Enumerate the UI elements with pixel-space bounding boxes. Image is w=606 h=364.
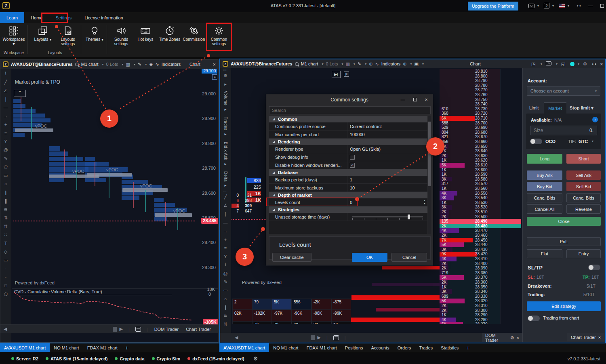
- ladder-volume-cell[interactable]: [440, 102, 475, 107]
- collapse-caret[interactable]: ▾: [541, 62, 542, 66]
- ladder-price-cell[interactable]: 28.590: [475, 172, 500, 177]
- ladder-orders-cell[interactable]: [500, 299, 521, 303]
- gear-icon[interactable]: ⚙: [221, 72, 230, 80]
- crosshair-icon[interactable]: ⊕: [403, 61, 406, 67]
- ladder-row[interactable]: 1K28.620: [440, 158, 521, 163]
- ladder-orders-cell[interactable]: [500, 116, 521, 121]
- short-button[interactable]: Short: [566, 154, 601, 164]
- ladder-row[interactable]: 2K28.480: [440, 224, 521, 229]
- ladder-price-cell[interactable]: 28.290: [475, 313, 500, 318]
- settings-row-show-debug-info[interactable]: Show debug info: [269, 153, 427, 161]
- hot-keys-button[interactable]: Hot keys: [133, 24, 158, 49]
- drawing-tool-icon[interactable]: ⬠: [1, 163, 10, 171]
- ladder-volume-cell[interactable]: [440, 78, 475, 83]
- ladder-orders-cell[interactable]: [500, 285, 521, 290]
- drawing-tool-icon[interactable]: ◦: [1, 273, 10, 281]
- pencil-caret[interactable]: ▾: [145, 63, 147, 66]
- pencil-icon[interactable]: ✎: [358, 61, 361, 67]
- ladder-price-cell[interactable]: 28.790: [475, 78, 500, 83]
- layouts-settings-button[interactable]: Layouts settings: [56, 24, 80, 49]
- commission-button[interactable]: Commission: [182, 24, 206, 49]
- drawing-tool-icon[interactable]: →: [221, 227, 230, 235]
- connection-status-dot[interactable]: [570, 62, 574, 66]
- drawing-tool-icon[interactable]: ✎: [1, 154, 10, 162]
- ladder-price-cell[interactable]: 28.270: [475, 322, 500, 324]
- settings-section-database[interactable]: ◢Database: [269, 169, 427, 176]
- workspace-tab-3[interactable]: FDAX M1 chart: [303, 343, 341, 352]
- ladder-price-cell[interactable]: 28.680: [475, 130, 500, 135]
- ladder-price-cell[interactable]: 28.560: [475, 186, 500, 191]
- ladder-orders-cell[interactable]: [500, 238, 521, 243]
- account-dropdown[interactable]: Choose an account▾: [527, 86, 600, 96]
- ladder-row[interactable]: 1K28.590: [440, 172, 521, 177]
- symbol-label[interactable]: AVAXUSDT@BinanceFutures: [231, 61, 292, 66]
- setting-value[interactable]: Open GL (Skia): [347, 145, 427, 153]
- ladder-orders-cell[interactable]: [500, 322, 521, 324]
- sounds-settings-button[interactable]: Sounds settings: [109, 24, 133, 49]
- ladder-volume-cell[interactable]: 2K: [440, 233, 475, 238]
- drawing-tool-icon[interactable]: ❙: [221, 303, 230, 311]
- ladder-volume-cell[interactable]: 588: [440, 121, 475, 126]
- status-item[interactable]: Server: R2: [11, 356, 38, 361]
- drawing-tool-icon[interactable]: T: [1, 239, 10, 247]
- ladder-row[interactable]: 6K28.710: [440, 116, 521, 121]
- setting-value[interactable]: 100000: [347, 130, 427, 138]
- ladder-row[interactable]: 61028.730: [440, 107, 521, 112]
- chart-trader-link[interactable]: Chart Trader: [186, 327, 211, 332]
- ok-button[interactable]: OK: [352, 253, 387, 262]
- drawing-tool-icon[interactable]: +: [221, 236, 230, 244]
- drawing-tool-icon[interactable]: □: [1, 282, 10, 290]
- dom-ladder[interactable]: 28.81028.80028.79028.78028.77028.76028.7…: [440, 68, 521, 324]
- reverse-button[interactable]: Reverse: [566, 204, 601, 214]
- drawing-tool-icon[interactable]: ╱: [221, 193, 230, 201]
- restore-icon[interactable]: [600, 4, 604, 8]
- ladder-row[interactable]: 9K28.420: [440, 252, 521, 257]
- panel-label-delta[interactable]: Delta ▸: [223, 169, 228, 190]
- ladder-orders-cell[interactable]: [500, 177, 521, 182]
- ladder-price-cell[interactable]: 28.610: [475, 163, 500, 168]
- drawing-tool-icon[interactable]: ≋: [1, 205, 10, 213]
- ladder-volume-cell[interactable]: 2K: [440, 210, 475, 215]
- ladder-orders-cell[interactable]: [500, 308, 521, 313]
- ladder-orders-cell[interactable]: [500, 271, 521, 276]
- menu-tab-learn[interactable]: Learn: [0, 12, 24, 23]
- setting-value[interactable]: 10: [347, 184, 427, 191]
- zoom-icon[interactable]: ⊕: [149, 62, 153, 67]
- workspace-tab-1[interactable]: AVAXUSDT M1 chart: [219, 343, 269, 352]
- footprint-toggle-box[interactable]: F: [212, 74, 217, 80]
- panel-label-bid-x-ask[interactable]: Bid x Ask ▸: [223, 139, 228, 168]
- settings-section-common[interactable]: ◢Common: [269, 116, 427, 122]
- drawing-tool-icon[interactable]: ≡: [221, 244, 230, 252]
- drawing-tool-icon[interactable]: ∷: [1, 231, 10, 239]
- ladder-volume-cell[interactable]: 804: [440, 130, 475, 135]
- drawing-tool-icon[interactable]: ≡: [1, 129, 10, 137]
- ladder-orders-cell[interactable]: [500, 121, 521, 126]
- timeframe-selector[interactable]: M1 chart: [81, 62, 99, 67]
- monitor-caret[interactable]: ▾: [134, 63, 135, 66]
- drawing-tool-icon[interactable]: @: [1, 146, 10, 154]
- setting-value[interactable]: [347, 213, 427, 221]
- ladder-row[interactable]: 2K28.500: [440, 215, 521, 219]
- ladder-orders-cell[interactable]: [500, 78, 521, 83]
- ladder-volume-cell[interactable]: [440, 97, 475, 102]
- indicators-chart-icon[interactable]: ∿: [375, 61, 379, 67]
- sell-bid-button[interactable]: Sell Bid: [566, 182, 601, 191]
- ladder-volume-cell[interactable]: 2K: [440, 224, 475, 229]
- add-tab-button[interactable]: +: [463, 343, 473, 352]
- collapse-chevron-button[interactable]: ⌃: [14, 90, 26, 97]
- ladder-volume-cell[interactable]: 2K: [440, 154, 475, 158]
- lots-caret[interactable]: ▾: [342, 62, 343, 66]
- workspace-tab-3[interactable]: FDAX M1 chart: [83, 343, 122, 352]
- workspace-tab-7[interactable]: Trades: [415, 343, 437, 352]
- ladder-row[interactable]: 2K28.300: [440, 308, 521, 313]
- ladder-row[interactable]: 28.760: [440, 93, 521, 97]
- ladder-price-cell[interactable]: 28.310: [475, 303, 500, 308]
- ladder-volume-cell[interactable]: 1K: [440, 168, 475, 173]
- status-gear-icon[interactable]: ⚙: [253, 356, 258, 362]
- ladder-volume-cell[interactable]: 5K: [440, 275, 475, 280]
- lots-caret[interactable]: ▾: [122, 63, 124, 66]
- ladder-row[interactable]: 28.740: [440, 102, 521, 107]
- workspace-tab-4[interactable]: Positions: [341, 343, 367, 352]
- ladder-orders-cell[interactable]: [500, 102, 521, 107]
- ladder-price-cell[interactable]: 28.710: [475, 116, 500, 121]
